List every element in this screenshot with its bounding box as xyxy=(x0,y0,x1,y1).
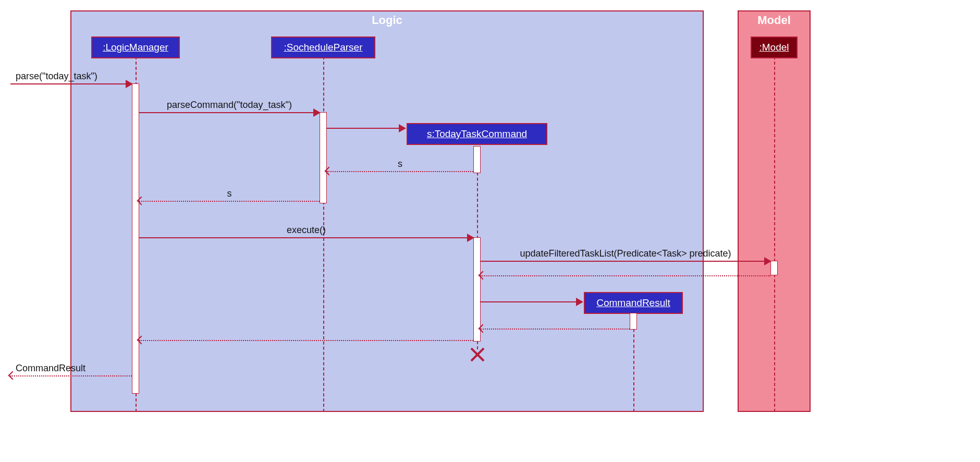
msg-return-logicmanager xyxy=(139,340,473,341)
sequence-diagram: Logic Model :LogicManager :SochedulePars… xyxy=(10,10,813,412)
msg-create-commandresult xyxy=(481,301,582,302)
activation-todaytaskcommand-2 xyxy=(473,237,481,342)
msg-updatefiltered: updateFilteredTaskList(Predicate<Task> p… xyxy=(481,261,770,261)
msg-return-model xyxy=(481,275,770,276)
activation-todaytaskcommand-1 xyxy=(473,146,481,173)
activation-logicmanager xyxy=(132,83,139,394)
participant-logicmanager: :LogicManager xyxy=(91,37,180,58)
frame-model-title: Model xyxy=(739,14,810,27)
msg-parsecommand: parseCommand("today_task") xyxy=(139,112,320,113)
frame-logic-title: Logic xyxy=(71,14,703,27)
msg-return-s1: s xyxy=(327,171,473,172)
msg-return-commandresult xyxy=(481,329,630,329)
msg-return-s2: s xyxy=(139,201,320,201)
msg-commandresult-out: CommandResult xyxy=(10,375,132,376)
activation-commandresult xyxy=(630,313,637,330)
lifeline-model xyxy=(774,56,775,412)
msg-create-todaytask xyxy=(327,128,405,128)
participant-socheduleparser: :SocheduleParser xyxy=(271,37,375,58)
participant-todaytaskcommand: s:TodayTaskCommand xyxy=(407,123,547,145)
destroy-todaytaskcommand xyxy=(469,347,485,362)
msg-execute: execute() xyxy=(139,237,473,238)
participant-model: :Model xyxy=(751,37,798,58)
participant-commandresult: CommandResult xyxy=(584,292,683,314)
frame-logic: Logic xyxy=(70,10,704,412)
msg-parse-in: parse("today_task") xyxy=(10,83,132,84)
activation-model xyxy=(770,261,778,275)
activation-socheduleparser xyxy=(320,112,327,203)
